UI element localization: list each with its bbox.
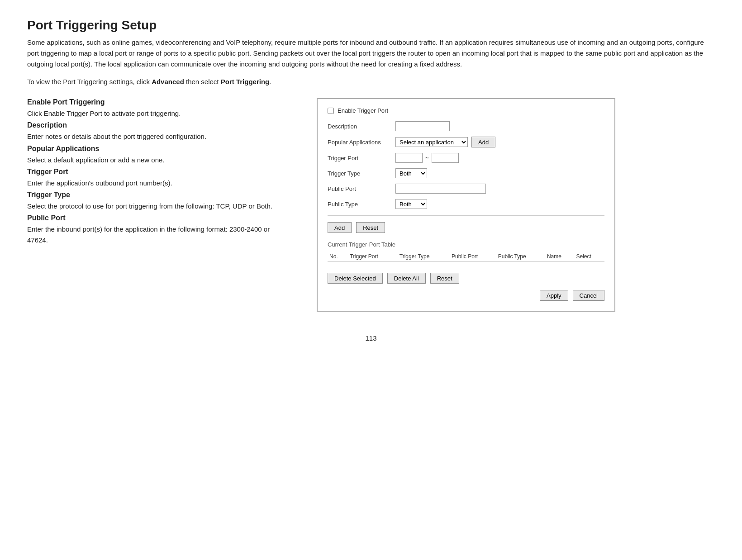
nav-pre: To view the Port Triggering settings, cl…	[27, 78, 152, 85]
public-port-label: Public Port	[328, 185, 395, 192]
trigger-port-input-start[interactable]	[395, 153, 423, 163]
port-triggering-panel: Enable Trigger Port Description Popular …	[317, 98, 615, 312]
reset-table-button[interactable]: Reset	[430, 273, 459, 284]
description-row: Description	[328, 121, 604, 131]
public-port-input[interactable]	[395, 184, 486, 194]
description-input[interactable]	[395, 121, 450, 131]
panel-divider-1	[328, 215, 604, 216]
section-heading-public-port: Public Port	[27, 214, 290, 222]
main-layout: Enable Port Triggering Click Enable Trig…	[27, 98, 715, 312]
enable-trigger-port-checkbox[interactable]	[328, 108, 334, 114]
nav-port-triggering: Port Triggering	[221, 78, 270, 85]
description-label: Description	[328, 123, 395, 130]
popular-apps-label: Popular Applications	[328, 139, 395, 146]
add-button[interactable]: Add	[328, 222, 352, 233]
section-heading-trigger-port: Trigger Port	[27, 168, 290, 176]
table-header-public-type: Public Type	[496, 252, 545, 262]
section-heading-description: Description	[27, 121, 290, 129]
current-table-label: Current Trigger-Port Table	[328, 241, 604, 248]
section-public-port: Public Port Enter the inbound port(s) fo…	[27, 214, 290, 245]
apply-button[interactable]: Apply	[540, 290, 568, 301]
delete-selected-button[interactable]: Delete Selected	[328, 273, 383, 284]
public-type-row: Public Type Both TCP UDP	[328, 199, 604, 209]
cancel-button[interactable]: Cancel	[573, 290, 604, 301]
table-header-name: Name	[545, 252, 575, 262]
popular-apps-select[interactable]: Select an application MSN Gaming Zone Qu…	[395, 137, 468, 147]
nav-post: .	[269, 78, 271, 85]
trigger-port-row: Trigger Port ~	[328, 153, 604, 163]
section-description: Description Enter notes or details about…	[27, 121, 290, 142]
table-header-select: Select	[574, 252, 604, 262]
section-desc-public-port: Enter the inbound port(s) for the applic…	[27, 224, 290, 245]
intro-text: Some applications, such as online games,…	[27, 37, 706, 70]
nav-instruction: To view the Port Triggering settings, cl…	[27, 78, 715, 85]
add-reset-row: Add Reset	[328, 222, 604, 233]
section-trigger-type: Trigger Type Select the protocol to use …	[27, 191, 290, 211]
trigger-type-row: Trigger Type Both TCP UDP	[328, 168, 604, 178]
table-header-no: No.	[328, 252, 348, 262]
nav-mid: then select	[184, 78, 221, 85]
section-desc-popular-apps: Select a default application or add a ne…	[27, 155, 290, 165]
tilde-separator: ~	[425, 154, 429, 161]
section-heading-popular-apps: Popular Applications	[27, 145, 290, 153]
section-desc-enable: Click Enable Trigger Port to activate po…	[27, 108, 290, 119]
trigger-port-table: No. Trigger Port Trigger Type Public Por…	[328, 252, 604, 267]
public-port-row: Public Port	[328, 184, 604, 194]
page-number: 113	[27, 334, 715, 342]
trigger-port-label: Trigger Port	[328, 155, 395, 161]
trigger-type-select[interactable]: Both TCP UDP	[395, 168, 427, 178]
delete-all-button[interactable]: Delete All	[387, 273, 426, 284]
page-title: Port Triggering Setup	[27, 18, 715, 33]
apply-cancel-row: Apply Cancel	[328, 290, 604, 301]
popular-apps-add-button[interactable]: Add	[471, 137, 495, 147]
section-heading-enable: Enable Port Triggering	[27, 98, 290, 106]
nav-advanced: Advanced	[152, 78, 184, 85]
section-desc-trigger-type: Select the protocol to use for port trig…	[27, 201, 290, 211]
trigger-type-label: Trigger Type	[328, 170, 395, 177]
table-actions-row: Delete Selected Delete All Reset	[328, 273, 604, 284]
enable-trigger-port-label: Enable Trigger Port	[338, 107, 388, 114]
reset-button[interactable]: Reset	[356, 222, 385, 233]
table-header-trigger-port: Trigger Port	[348, 252, 398, 262]
section-trigger-port: Trigger Port Enter the application's out…	[27, 168, 290, 188]
public-type-label: Public Type	[328, 201, 395, 208]
right-column: Enable Trigger Port Description Popular …	[317, 98, 615, 312]
popular-apps-row: Popular Applications Select an applicati…	[328, 137, 604, 147]
table-header-public-port: Public Port	[450, 252, 496, 262]
table-header-trigger-type: Trigger Type	[398, 252, 450, 262]
public-type-select[interactable]: Both TCP UDP	[395, 199, 427, 209]
section-popular-apps: Popular Applications Select a default ap…	[27, 145, 290, 165]
section-heading-trigger-type: Trigger Type	[27, 191, 290, 199]
left-column: Enable Port Triggering Click Enable Trig…	[27, 98, 290, 248]
table-empty-row	[328, 262, 604, 268]
trigger-port-input-end[interactable]	[432, 153, 459, 163]
table-header-row: No. Trigger Port Trigger Type Public Por…	[328, 252, 604, 262]
section-desc-description: Enter notes or details about the port tr…	[27, 131, 290, 142]
enable-checkbox-row: Enable Trigger Port	[328, 107, 604, 114]
section-desc-trigger-port: Enter the application's outbound port nu…	[27, 178, 290, 188]
section-enable-port-triggering: Enable Port Triggering Click Enable Trig…	[27, 98, 290, 119]
